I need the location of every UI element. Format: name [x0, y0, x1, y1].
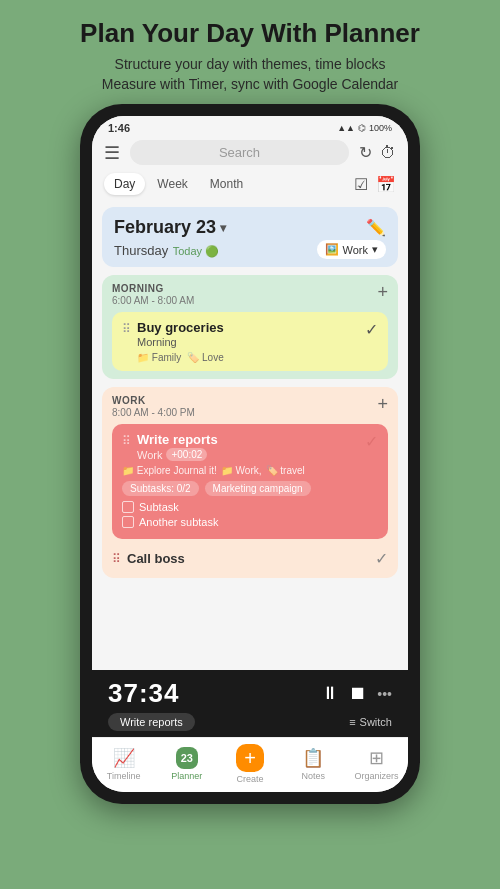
morning-section-header: MORNING 6:00 AM - 8:00 AM + [112, 283, 388, 306]
tag-travel: 🏷️ travel [266, 465, 305, 476]
morning-section: MORNING 6:00 AM - 8:00 AM + ⠿ Buy grocer… [102, 275, 398, 379]
planner-label: Planner [171, 771, 202, 781]
subtask-item-2: Another subtask [122, 516, 378, 528]
timer-task-label[interactable]: Write reports [108, 713, 195, 731]
tag-love: 🏷️ Love [187, 352, 223, 363]
list-icon: ≡ [349, 716, 355, 728]
tab-week[interactable]: Week [147, 173, 197, 195]
app-header: Plan Your Day With Planner Structure you… [0, 0, 500, 104]
checklist-icon[interactable]: ☑ [354, 175, 368, 194]
create-icon: + [244, 747, 256, 770]
timer-bar: 37:34 ⏸ ⏹ ••• Write reports ≡ Switch [92, 670, 408, 737]
task-content: Buy groceries Morning 📁 Family 🏷️ Love [137, 320, 365, 363]
morning-section-time: 6:00 AM - 8:00 AM [112, 295, 194, 306]
subtask-item-1: Subtask [122, 501, 378, 513]
day-name: Thursday [114, 243, 168, 258]
write-reports-check-icon[interactable]: ✓ [365, 432, 378, 451]
timer-badge: +00:02 [166, 448, 207, 461]
refresh-icon[interactable]: ↻ [359, 143, 372, 162]
today-label: Today 🟢 [173, 245, 219, 257]
phone-frame: 1:46 ▲▲ ⌬ 100% ☰ Search ↻ ⏱ Day Week Mon… [80, 104, 420, 804]
pause-button[interactable]: ⏸ [321, 683, 339, 704]
nav-create[interactable]: + Create [218, 744, 281, 784]
calendar-icon[interactable]: 📅 [376, 175, 396, 194]
work-theme-chevron-icon: ▾ [372, 243, 378, 256]
work-section: WORK 8:00 AM - 4:00 PM + ⠿ Write reports [102, 387, 398, 578]
nav-planner[interactable]: 23 Planner [155, 747, 218, 781]
planner-badge: 23 [176, 747, 198, 769]
work-section-time: 8:00 AM - 4:00 PM [112, 407, 195, 418]
subtask-checkbox-2[interactable] [122, 516, 134, 528]
wifi-icon: ⌬ [358, 123, 366, 133]
task-title[interactable]: Buy groceries [137, 320, 365, 335]
date-title[interactable]: February 23 ▾ [114, 217, 226, 238]
nav-timeline[interactable]: 📈 Timeline [92, 747, 155, 781]
timer-icon[interactable]: ⏱ [380, 144, 396, 162]
subtask-label-1: Subtask [139, 501, 179, 513]
sections-scroll: MORNING 6:00 AM - 8:00 AM + ⠿ Buy grocer… [92, 271, 408, 670]
timer-controls: ⏸ ⏹ ••• [321, 683, 392, 704]
app-title: Plan Your Day With Planner [20, 18, 480, 49]
more-button[interactable]: ••• [377, 686, 392, 702]
nav-notes[interactable]: 📋 Notes [282, 747, 345, 781]
timer-row: 37:34 ⏸ ⏹ ••• [108, 678, 392, 709]
date-chevron-icon: ▾ [220, 221, 226, 235]
hamburger-icon[interactable]: ☰ [104, 142, 120, 164]
write-reports-task: ⠿ Write reports Work +00:02 ✓ [112, 424, 388, 539]
subtask-pills: Subtasks: 0/2 Marketing campaign [122, 481, 378, 496]
call-boss-task: ⠿ Call boss ✓ [112, 545, 388, 570]
tab-month[interactable]: Month [200, 173, 253, 195]
call-boss-check-icon[interactable]: ✓ [375, 549, 388, 568]
subtask-checkbox-1[interactable] [122, 501, 134, 513]
search-bar[interactable]: Search [130, 140, 349, 165]
timeline-label: Timeline [107, 771, 141, 781]
notes-icon: 📋 [302, 747, 324, 769]
nav-organizers[interactable]: ⊞ Organizers [345, 747, 408, 781]
phone-screen: 1:46 ▲▲ ⌬ 100% ☰ Search ↻ ⏱ Day Week Mon… [92, 116, 408, 792]
morning-add-button[interactable]: + [377, 283, 388, 301]
work-label: Work [137, 449, 162, 461]
task-check-icon[interactable]: ✓ [365, 320, 378, 339]
signal-icon: ▲▲ [337, 123, 355, 133]
write-reports-subtitle: Work +00:02 [137, 448, 365, 461]
create-label: Create [237, 774, 264, 784]
work-section-title: WORK [112, 395, 195, 406]
write-reports-content: Write reports Work +00:02 [137, 432, 365, 461]
notes-label: Notes [301, 771, 325, 781]
day-info: Thursday Today 🟢 [114, 241, 219, 259]
call-boss-title[interactable]: Call boss [127, 551, 375, 566]
bottom-nav: 📈 Timeline 23 Planner + Create 📋 Notes [92, 737, 408, 792]
tab-right-icons: ☑ 📅 [354, 175, 396, 194]
timer-display: 37:34 [108, 678, 180, 709]
stop-button[interactable]: ⏹ [349, 683, 367, 704]
task-subtitle: Morning [137, 336, 365, 348]
top-nav: ☰ Search ↻ ⏱ [92, 136, 408, 171]
day-row: Thursday Today 🟢 🖼️ Work ▾ [114, 240, 386, 259]
tag-work: 📁 Work, [221, 465, 262, 476]
subtask-count-pill[interactable]: Subtasks: 0/2 [122, 481, 199, 496]
drag-handle-icon: ⠿ [122, 322, 131, 336]
switch-label: Switch [360, 716, 392, 728]
call-boss-drag-icon: ⠿ [112, 552, 121, 566]
subtask-label-2: Another subtask [139, 516, 219, 528]
buy-groceries-task: ⠿ Buy groceries Morning 📁 Family 🏷️ Love… [112, 312, 388, 371]
edit-icon[interactable]: ✏️ [366, 218, 386, 237]
tag-family: 📁 Family [137, 352, 181, 363]
work-add-button[interactable]: + [377, 395, 388, 413]
work-theme-badge[interactable]: 🖼️ Work ▾ [317, 240, 386, 259]
marketing-pill[interactable]: Marketing campaign [205, 481, 311, 496]
write-reports-row: ⠿ Write reports Work +00:02 ✓ [122, 432, 378, 461]
write-reports-title[interactable]: Write reports [137, 432, 365, 447]
work-theme-label: Work [343, 244, 368, 256]
create-button[interactable]: + [236, 744, 264, 772]
organizers-icon: ⊞ [369, 747, 384, 769]
switch-button[interactable]: ≡ Switch [349, 716, 392, 728]
task-row: ⠿ Buy groceries Morning 📁 Family 🏷️ Love… [122, 320, 378, 363]
app-subtitle: Structure your day with themes, time blo… [20, 55, 480, 94]
status-time: 1:46 [108, 122, 130, 134]
nav-icons: ↻ ⏱ [359, 143, 396, 162]
date-text: February 23 [114, 217, 216, 238]
tab-day[interactable]: Day [104, 173, 145, 195]
work-section-header: WORK 8:00 AM - 4:00 PM + [112, 395, 388, 418]
content-area: February 23 ▾ ✏️ Thursday Today 🟢 🖼️ Wor… [92, 201, 408, 670]
